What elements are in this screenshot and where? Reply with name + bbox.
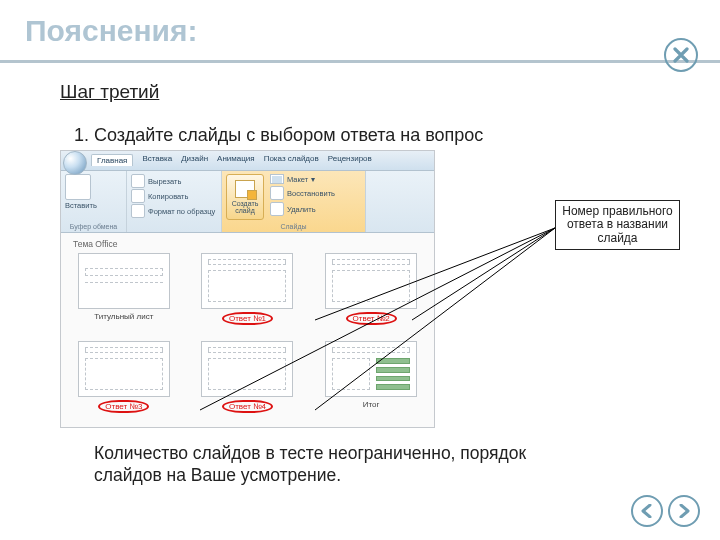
page-watermark-title: Пояснения: bbox=[25, 15, 198, 47]
new-slide-label: Создать слайд bbox=[227, 200, 263, 214]
layout-caption: Итог bbox=[360, 400, 383, 409]
ribbon-body: Вставить Буфер обмена Вырезать Копироват… bbox=[61, 171, 434, 233]
ribbon-tab-animation: Анимация bbox=[217, 154, 255, 166]
format-painter-label: Формат по образцу bbox=[148, 207, 215, 216]
close-button[interactable] bbox=[664, 38, 698, 72]
cut-icon bbox=[131, 174, 145, 188]
paste-label: Вставить bbox=[65, 201, 97, 210]
format-painter-icon bbox=[131, 204, 145, 218]
paste-icon bbox=[65, 174, 91, 200]
chevron-left-icon bbox=[640, 504, 654, 518]
layout-caption-marked: Ответ №2 bbox=[346, 312, 397, 325]
prev-button[interactable] bbox=[631, 495, 663, 527]
ribbon-tab-insert: Вставка bbox=[142, 154, 172, 166]
delete-slide-icon bbox=[270, 202, 284, 216]
ribbon-tab-design: Дизайн bbox=[181, 154, 208, 166]
footer-note: Количество слайдов в тесте неограниченно… bbox=[94, 443, 594, 487]
layout-thumbnail bbox=[325, 253, 417, 309]
new-slide-icon bbox=[235, 180, 255, 198]
layout-gallery-dropdown: Тема Office Титульный листОтвет №1Ответ … bbox=[61, 233, 434, 427]
screenshot-powerpoint-ribbon: Главная Вставка Дизайн Анимация Показ сл… bbox=[60, 150, 435, 428]
ribbon-tabstrip: Главная Вставка Дизайн Анимация Показ сл… bbox=[61, 151, 434, 171]
ribbon-group-clipboard-extra: Вырезать Копировать Формат по образцу bbox=[127, 171, 222, 232]
layout-cell: Ответ №1 bbox=[197, 253, 299, 331]
slides-group-label: Слайды bbox=[226, 223, 361, 230]
ribbon-tab-slideshow: Показ слайдов bbox=[264, 154, 319, 166]
layout-label: Макет bbox=[287, 175, 308, 184]
layout-cell: Ответ №2 bbox=[320, 253, 422, 331]
next-button[interactable] bbox=[668, 495, 700, 527]
layout-cell: Ответ №4 bbox=[197, 341, 299, 419]
step-title: Шаг третий bbox=[60, 82, 159, 103]
new-slide-button: Создать слайд bbox=[226, 174, 264, 220]
divider-top bbox=[0, 60, 720, 63]
layout-icon bbox=[270, 174, 284, 184]
layout-thumbnail bbox=[201, 253, 293, 309]
ribbon-group-slides: Создать слайд Макет ▾ Восстановить Удали… bbox=[222, 171, 366, 232]
close-icon bbox=[673, 47, 689, 63]
layout-caption: Титульный лист bbox=[91, 312, 156, 321]
chevron-right-icon bbox=[677, 504, 691, 518]
reset-icon bbox=[270, 186, 284, 200]
callout-note: Номер правильного ответа в названии слай… bbox=[555, 200, 680, 250]
ribbon-group-clipboard: Вставить Буфер обмена bbox=[61, 171, 127, 232]
clipboard-group-label: Буфер обмена bbox=[65, 223, 122, 230]
layout-thumbnail bbox=[201, 341, 293, 397]
delete-slide-label: Удалить bbox=[287, 205, 316, 214]
step-instruction: 1. Создайте слайды с выбором ответа на в… bbox=[74, 125, 483, 146]
cut-label: Вырезать bbox=[148, 177, 181, 186]
reset-label: Восстановить bbox=[287, 189, 335, 198]
layout-thumbnail bbox=[325, 341, 417, 397]
gallery-heading: Тема Office bbox=[73, 239, 422, 249]
copy-icon bbox=[131, 189, 145, 203]
layout-cell: Титульный лист bbox=[73, 253, 175, 331]
office-button-icon bbox=[63, 151, 87, 175]
layout-caption-marked: Ответ №1 bbox=[222, 312, 273, 325]
layout-caption-marked: Ответ №4 bbox=[222, 400, 273, 413]
layout-cell: Ответ №3 bbox=[73, 341, 175, 419]
layout-caption-marked: Ответ №3 bbox=[98, 400, 149, 413]
layout-thumbnail bbox=[78, 253, 170, 309]
ribbon-tab-home: Главная bbox=[91, 154, 133, 166]
layout-cell: Итог bbox=[320, 341, 422, 419]
copy-label: Копировать bbox=[148, 192, 188, 201]
layout-thumbnail bbox=[78, 341, 170, 397]
ribbon-tab-review: Рецензиров bbox=[328, 154, 372, 166]
